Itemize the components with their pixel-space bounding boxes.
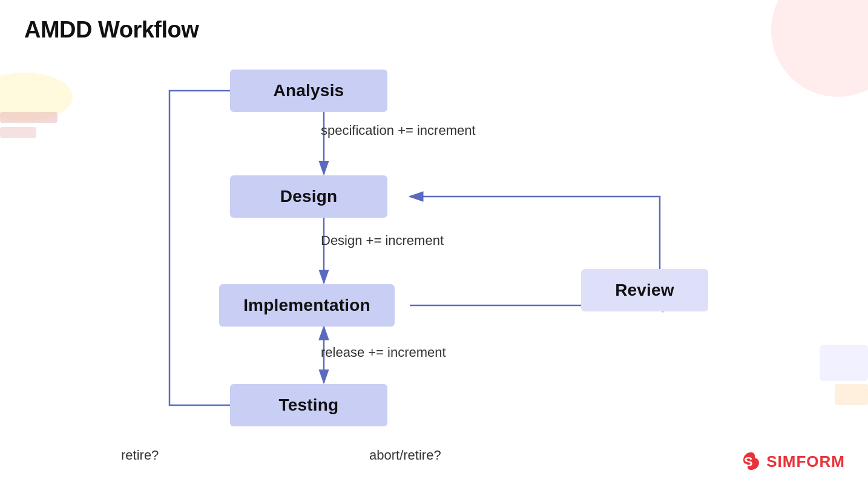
simform-logo-text: SIMFORM	[766, 452, 845, 471]
box-implementation: Implementation	[219, 284, 395, 327]
decorative-blob-top-right	[771, 0, 868, 97]
decorative-stripe-2	[0, 127, 36, 138]
label-design-increment: Design += increment	[321, 233, 444, 249]
decorative-stripe-1	[0, 112, 58, 123]
simform-logo: S SIMFORM	[741, 451, 845, 472]
label-release: release += increment	[321, 345, 446, 360]
arrows-svg	[85, 57, 781, 469]
box-design: Design	[230, 175, 387, 218]
decorative-rect-2	[835, 384, 868, 405]
box-analysis: Analysis	[230, 70, 387, 112]
amdd-diagram: Analysis Design Implementation Testing R…	[85, 57, 781, 469]
label-retire: retire?	[121, 448, 159, 463]
box-review: Review	[581, 269, 708, 311]
box-testing: Testing	[230, 384, 387, 426]
label-abort: abort/retire?	[369, 448, 441, 463]
decorative-rect-1	[820, 345, 868, 381]
simform-logo-icon: S	[741, 451, 761, 472]
label-specification: specification += increment	[321, 123, 476, 138]
page-title: AMDD Workflow	[24, 17, 199, 43]
svg-text:S: S	[744, 454, 753, 469]
